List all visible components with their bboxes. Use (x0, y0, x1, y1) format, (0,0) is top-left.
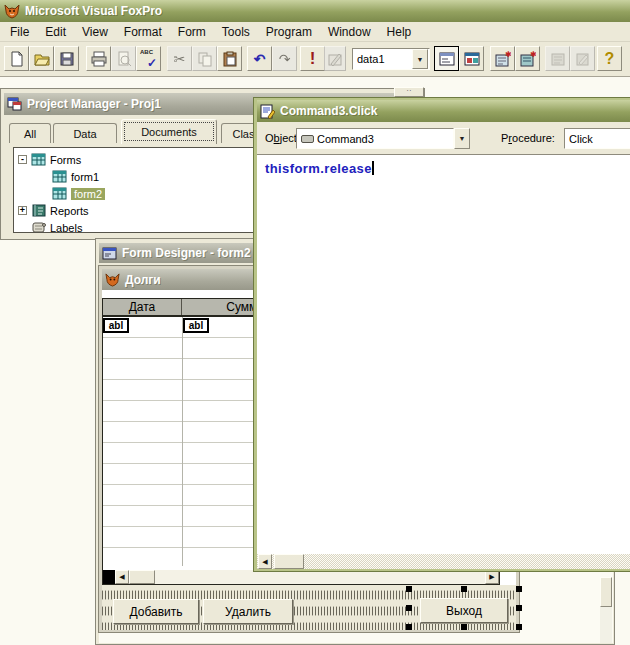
undo-icon: ↶ (254, 52, 266, 66)
triangle-left-icon: ◀ (262, 558, 267, 566)
vertical-scrollbar-thumb[interactable] (600, 577, 612, 607)
undo-button[interactable]: ↶ (247, 46, 272, 71)
menu-format[interactable]: Format (116, 23, 170, 41)
form-table-icon (52, 187, 67, 200)
code-text: thisform.release (265, 161, 372, 176)
selected-control-group: Выход (406, 586, 522, 630)
tab-data[interactable]: Data (53, 123, 117, 143)
modify-button[interactable] (324, 46, 346, 71)
tree-item-forms[interactable]: - Forms (14, 151, 81, 168)
code-window-titlebar[interactable]: Command3.Click (257, 100, 630, 122)
save-button[interactable] (54, 46, 79, 71)
selection-handle[interactable] (406, 605, 412, 611)
autoformat-icon (575, 51, 591, 67)
procedure-label: Procedure: (501, 132, 555, 144)
grid-horizontal-scrollbar[interactable]: ◀ ▶ (103, 570, 499, 584)
grid-scrollbar-thumb[interactable] (129, 570, 155, 584)
object-combo-value: Command3 (317, 133, 374, 145)
form-table-icon (31, 153, 46, 166)
run-exclamation-icon: ! (310, 52, 316, 66)
code-editor[interactable]: thisform.release (257, 155, 630, 554)
menu-tools[interactable]: Tools (214, 23, 258, 41)
scroll-left-button[interactable]: ◀ (258, 554, 272, 569)
run-button[interactable]: ! (300, 46, 325, 71)
redo-button[interactable]: ↷ (272, 46, 297, 71)
code-scrollbar-thumb[interactable] (274, 554, 304, 569)
exit-button[interactable]: Выход (420, 598, 508, 623)
selection-handle[interactable] (516, 624, 522, 630)
new-button[interactable] (4, 46, 29, 71)
clipboard-icon (222, 51, 238, 67)
datasession-combo-arrow[interactable]: ▼ (412, 49, 428, 69)
expand-box-icon[interactable]: + (18, 206, 27, 215)
code-horizontal-scrollbar[interactable]: ◀ (257, 554, 630, 569)
designer-vertical-scrollbar[interactable] (600, 577, 612, 643)
menu-program[interactable]: Program (258, 23, 320, 41)
tree-item-form1-label: form1 (71, 171, 99, 183)
builder-icon (550, 51, 566, 67)
object-combo[interactable]: Command3 (296, 128, 454, 149)
collapse-box-icon[interactable]: - (18, 155, 27, 164)
tree-item-labels[interactable]: Labels (14, 219, 82, 236)
copy-button[interactable] (192, 46, 217, 71)
print-preview-button[interactable] (111, 46, 136, 71)
tab-documents[interactable]: Documents (121, 119, 217, 144)
text-caret (372, 161, 374, 175)
delete-button[interactable]: Удалить (203, 599, 293, 624)
scroll-right-button[interactable]: ▶ (485, 570, 499, 584)
form-design-surface[interactable]: Добавить Удалить Выход (102, 585, 516, 630)
spelling-button[interactable]: ABC ✓ (136, 46, 161, 71)
menu-edit[interactable]: Edit (37, 23, 74, 41)
tree-item-form2[interactable]: form2 (14, 185, 105, 202)
help-button[interactable]: ? (597, 46, 622, 71)
tree-item-reports[interactable]: + Reports (14, 202, 89, 219)
form-wizard-button[interactable]: ✱ (490, 46, 515, 71)
grid-header-data[interactable]: Дата (103, 299, 182, 315)
textbox-control[interactable]: abl (184, 319, 208, 332)
triangle-left-icon: ◀ (119, 573, 124, 581)
commandbutton-icon (301, 135, 314, 143)
builder-button[interactable] (545, 46, 570, 71)
selection-handle[interactable] (461, 624, 467, 630)
main-titlebar[interactable]: Microsoft Visual FoxPro (0, 0, 630, 22)
paste-button[interactable] (217, 46, 242, 71)
svg-text:✱: ✱ (530, 51, 536, 59)
data-session-icon (464, 51, 480, 67)
selection-handle[interactable] (516, 586, 522, 592)
selection-handle[interactable] (406, 586, 412, 592)
fox-form-icon (105, 273, 120, 287)
open-button[interactable] (29, 46, 54, 71)
spelling-check-icon: ✓ (147, 56, 157, 70)
menu-view[interactable]: View (74, 23, 116, 41)
project-manager-title: Project Manager - Proj1 (27, 97, 161, 111)
textbox-control[interactable]: abl (104, 319, 128, 332)
foxpro-logo-icon (4, 4, 20, 19)
menu-help[interactable]: Help (379, 23, 420, 41)
chevron-down-icon: ▼ (417, 56, 424, 63)
menu-form[interactable]: Form (170, 23, 214, 41)
report-wizard-button[interactable]: ✱ (515, 46, 540, 71)
triangle-right-icon: ▶ (489, 573, 494, 581)
print-button[interactable] (86, 46, 111, 71)
object-combo-arrow[interactable]: ▼ (454, 128, 470, 149)
procedure-combo[interactable]: Click (564, 128, 630, 149)
form-view-button[interactable] (434, 46, 459, 71)
selection-handle[interactable] (461, 586, 467, 592)
selection-handle[interactable] (406, 624, 412, 630)
form-table-icon (52, 170, 67, 183)
grid-splitter-box[interactable] (103, 570, 115, 584)
tree-item-form1[interactable]: form1 (14, 168, 99, 185)
tab-all[interactable]: All (9, 123, 51, 143)
menu-file[interactable]: File (2, 23, 37, 41)
report-book-icon (31, 204, 46, 217)
partial-window-button[interactable]: ·· (394, 87, 424, 97)
procedure-combo-value: Click (569, 133, 593, 145)
labels-icon (31, 221, 46, 234)
cut-button[interactable]: ✂ (167, 46, 192, 71)
data-session-button[interactable] (459, 46, 484, 71)
scroll-left-button[interactable]: ◀ (115, 570, 129, 584)
menu-window[interactable]: Window (320, 23, 379, 41)
add-button[interactable]: Добавить (113, 599, 199, 624)
selection-handle[interactable] (516, 605, 522, 611)
autoformat-button[interactable] (570, 46, 595, 71)
